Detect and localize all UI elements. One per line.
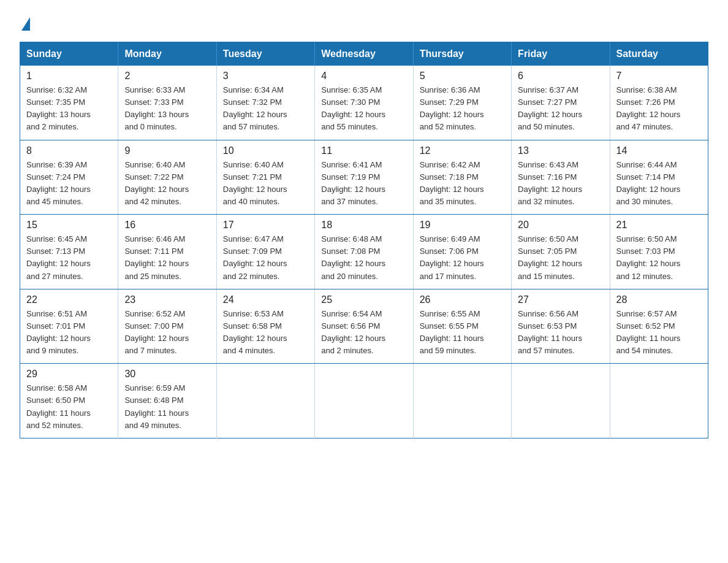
logo-triangle-icon [21,17,30,31]
calendar-day-cell: 17Sunrise: 6:47 AMSunset: 7:09 PMDayligh… [216,215,314,289]
calendar-day-cell: 14Sunrise: 6:44 AMSunset: 7:14 PMDayligh… [610,140,708,215]
calendar-day-cell: 11Sunrise: 6:41 AMSunset: 7:19 PMDayligh… [315,140,413,215]
day-info: Sunrise: 6:43 AMSunset: 7:16 PMDaylight:… [518,159,603,209]
day-number: 19 [420,220,505,231]
calendar-week-row: 8Sunrise: 6:39 AMSunset: 7:24 PMDaylight… [20,140,708,215]
day-number: 14 [616,145,702,156]
day-info: Sunrise: 6:40 AMSunset: 7:22 PMDaylight:… [124,159,210,209]
day-info: Sunrise: 6:44 AMSunset: 7:14 PMDaylight:… [616,159,702,209]
day-number: 26 [420,294,505,305]
calendar-day-cell: 8Sunrise: 6:39 AMSunset: 7:24 PMDaylight… [20,140,118,215]
calendar-day-cell: 9Sunrise: 6:40 AMSunset: 7:22 PMDaylight… [118,140,216,215]
day-number: 30 [124,369,210,380]
day-info: Sunrise: 6:42 AMSunset: 7:18 PMDaylight:… [420,159,505,209]
day-info: Sunrise: 6:38 AMSunset: 7:26 PMDaylight:… [616,84,702,134]
calendar-week-row: 15Sunrise: 6:45 AMSunset: 7:13 PMDayligh… [20,215,708,289]
day-number: 22 [26,294,112,305]
day-number: 25 [321,294,406,305]
calendar-empty-cell [315,364,413,439]
day-number: 23 [124,294,210,305]
calendar-empty-cell [610,364,708,439]
day-number: 15 [26,220,112,231]
day-info: Sunrise: 6:40 AMSunset: 7:21 PMDaylight:… [223,159,308,209]
day-info: Sunrise: 6:32 AMSunset: 7:35 PMDaylight:… [26,84,112,134]
col-header-saturday: Saturday [610,42,708,66]
day-number: 13 [518,145,603,156]
calendar-week-row: 1Sunrise: 6:32 AMSunset: 7:35 PMDaylight… [20,66,708,140]
col-header-tuesday: Tuesday [216,42,314,66]
day-number: 9 [124,145,210,156]
day-info: Sunrise: 6:59 AMSunset: 6:48 PMDaylight:… [124,382,210,432]
day-info: Sunrise: 6:51 AMSunset: 7:01 PMDaylight:… [26,308,112,358]
day-info: Sunrise: 6:53 AMSunset: 6:58 PMDaylight:… [223,308,308,358]
day-info: Sunrise: 6:54 AMSunset: 6:56 PMDaylight:… [321,308,406,358]
calendar-header-row: SundayMondayTuesdayWednesdayThursdayFrid… [20,42,708,66]
col-header-friday: Friday [512,42,610,66]
day-number: 2 [124,71,210,82]
day-info: Sunrise: 6:57 AMSunset: 6:52 PMDaylight:… [616,308,702,358]
day-info: Sunrise: 6:36 AMSunset: 7:29 PMDaylight:… [420,84,505,134]
day-info: Sunrise: 6:34 AMSunset: 7:32 PMDaylight:… [223,84,308,134]
day-number: 21 [616,220,702,231]
calendar-day-cell: 25Sunrise: 6:54 AMSunset: 6:56 PMDayligh… [315,289,413,364]
calendar-day-cell: 19Sunrise: 6:49 AMSunset: 7:06 PMDayligh… [413,215,511,289]
calendar-empty-cell [216,364,314,439]
day-info: Sunrise: 6:47 AMSunset: 7:09 PMDaylight:… [223,233,308,283]
day-number: 1 [26,71,112,82]
calendar-day-cell: 22Sunrise: 6:51 AMSunset: 7:01 PMDayligh… [20,289,118,364]
day-info: Sunrise: 6:58 AMSunset: 6:50 PMDaylight:… [26,382,112,432]
day-number: 12 [420,145,505,156]
calendar-day-cell: 20Sunrise: 6:50 AMSunset: 7:05 PMDayligh… [512,215,610,289]
day-number: 4 [321,71,406,82]
day-info: Sunrise: 6:55 AMSunset: 6:55 PMDaylight:… [420,308,505,358]
day-number: 7 [616,71,702,82]
day-number: 10 [223,145,308,156]
day-number: 29 [26,369,112,380]
page-header [20,15,708,31]
day-number: 16 [124,220,210,231]
day-number: 17 [223,220,308,231]
calendar-day-cell: 4Sunrise: 6:35 AMSunset: 7:30 PMDaylight… [315,66,413,140]
calendar-week-row: 29Sunrise: 6:58 AMSunset: 6:50 PMDayligh… [20,364,708,439]
calendar-day-cell: 2Sunrise: 6:33 AMSunset: 7:33 PMDaylight… [118,66,216,140]
calendar-day-cell: 18Sunrise: 6:48 AMSunset: 7:08 PMDayligh… [315,215,413,289]
calendar-day-cell: 12Sunrise: 6:42 AMSunset: 7:18 PMDayligh… [413,140,511,215]
day-number: 6 [518,71,603,82]
day-number: 20 [518,220,603,231]
day-info: Sunrise: 6:37 AMSunset: 7:27 PMDaylight:… [518,84,603,134]
calendar-day-cell: 23Sunrise: 6:52 AMSunset: 7:00 PMDayligh… [118,289,216,364]
calendar-week-row: 22Sunrise: 6:51 AMSunset: 7:01 PMDayligh… [20,289,708,364]
col-header-monday: Monday [118,42,216,66]
day-info: Sunrise: 6:45 AMSunset: 7:13 PMDaylight:… [26,233,112,283]
day-info: Sunrise: 6:49 AMSunset: 7:06 PMDaylight:… [420,233,505,283]
day-number: 27 [518,294,603,305]
calendar-day-cell: 3Sunrise: 6:34 AMSunset: 7:32 PMDaylight… [216,66,314,140]
calendar-empty-cell [413,364,511,439]
day-number: 28 [616,294,702,305]
calendar-day-cell: 21Sunrise: 6:50 AMSunset: 7:03 PMDayligh… [610,215,708,289]
calendar-day-cell: 13Sunrise: 6:43 AMSunset: 7:16 PMDayligh… [512,140,610,215]
day-number: 3 [223,71,308,82]
col-header-thursday: Thursday [413,42,511,66]
day-info: Sunrise: 6:39 AMSunset: 7:24 PMDaylight:… [26,159,112,209]
calendar-day-cell: 7Sunrise: 6:38 AMSunset: 7:26 PMDaylight… [610,66,708,140]
day-number: 11 [321,145,406,156]
day-info: Sunrise: 6:56 AMSunset: 6:53 PMDaylight:… [518,308,603,358]
calendar-day-cell: 29Sunrise: 6:58 AMSunset: 6:50 PMDayligh… [20,364,118,439]
calendar-day-cell: 30Sunrise: 6:59 AMSunset: 6:48 PMDayligh… [118,364,216,439]
day-number: 5 [420,71,505,82]
day-info: Sunrise: 6:41 AMSunset: 7:19 PMDaylight:… [321,159,406,209]
calendar-table: SundayMondayTuesdayWednesdayThursdayFrid… [20,42,708,439]
logo [20,15,30,31]
day-info: Sunrise: 6:48 AMSunset: 7:08 PMDaylight:… [321,233,406,283]
day-number: 24 [223,294,308,305]
calendar-day-cell: 10Sunrise: 6:40 AMSunset: 7:21 PMDayligh… [216,140,314,215]
calendar-day-cell: 24Sunrise: 6:53 AMSunset: 6:58 PMDayligh… [216,289,314,364]
day-number: 18 [321,220,406,231]
day-info: Sunrise: 6:33 AMSunset: 7:33 PMDaylight:… [124,84,210,134]
calendar-day-cell: 26Sunrise: 6:55 AMSunset: 6:55 PMDayligh… [413,289,511,364]
col-header-wednesday: Wednesday [315,42,413,66]
calendar-day-cell: 5Sunrise: 6:36 AMSunset: 7:29 PMDaylight… [413,66,511,140]
day-info: Sunrise: 6:50 AMSunset: 7:03 PMDaylight:… [616,233,702,283]
calendar-day-cell: 28Sunrise: 6:57 AMSunset: 6:52 PMDayligh… [610,289,708,364]
